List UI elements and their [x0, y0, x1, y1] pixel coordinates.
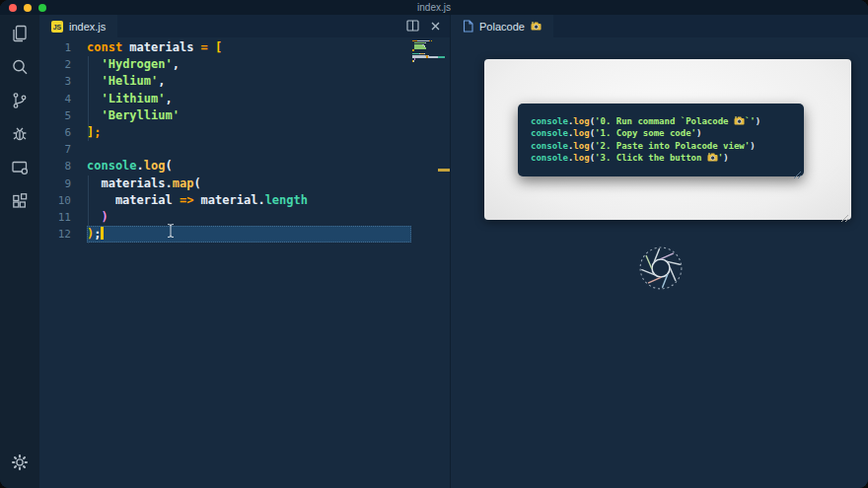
javascript-file-icon: JS: [51, 21, 63, 33]
search-icon[interactable]: [10, 57, 30, 77]
camera-emoji-icon: [531, 22, 542, 31]
camera-emoji: [734, 116, 745, 125]
preview-code-line: console.log('2. Paste into Polacode view…: [531, 140, 804, 152]
line-number: 10: [39, 192, 71, 209]
camera-emoji: [707, 153, 718, 162]
minimap[interactable]: [412, 40, 442, 62]
text-cursor: [101, 227, 104, 240]
shutter-capture-button[interactable]: [638, 245, 684, 291]
code-line[interactable]: 4 'Lithium',: [39, 91, 450, 107]
overview-ruler-cursor-mark: [438, 169, 450, 172]
line-number: 11: [39, 209, 71, 226]
polacode-view: console.log('0. Run command `Polacode `'…: [451, 37, 868, 488]
extensions-icon[interactable]: [10, 191, 30, 211]
line-number: 2: [39, 56, 71, 73]
panel-tab-bar: Polacode: [451, 15, 868, 37]
code-line[interactable]: 3 'Helium',: [39, 73, 450, 90]
code-line[interactable]: 8console.log(: [39, 158, 450, 174]
line-number: 3: [39, 73, 71, 90]
preview-code-line: console.log('0. Run command `Polacode `'…: [531, 115, 804, 127]
tab-label: index.js: [69, 21, 106, 33]
window-title: index.js: [0, 2, 868, 13]
mouse-ibeam-cursor: [166, 223, 176, 243]
polacode-panel: Polacode console.log('0. Run command `Po…: [450, 15, 868, 488]
line-number: 6: [39, 124, 71, 141]
tab-index-js[interactable]: JS index.js: [39, 15, 117, 37]
activity-bar: [0, 15, 39, 488]
preview-code-line: console.log('1. Copy some code'): [531, 127, 804, 139]
code-line[interactable]: 9 materials.map(: [39, 175, 450, 192]
line-number: 7: [39, 141, 71, 158]
close-editor-icon[interactable]: [430, 18, 441, 35]
settings-gear-icon[interactable]: [10, 453, 30, 472]
snippet-resize-grip[interactable]: [793, 166, 802, 174]
tab-polacode[interactable]: Polacode: [451, 15, 553, 37]
vscode-window: index.js: [0, 0, 868, 488]
editor-group: JS index.js: [39, 15, 450, 488]
tab-label: Polacode: [479, 21, 525, 33]
explorer-icon[interactable]: [10, 24, 30, 43]
code-line[interactable]: 7: [39, 141, 450, 158]
code-line[interactable]: 6];: [39, 124, 450, 141]
screen-share-icon[interactable]: [10, 158, 30, 177]
code-line[interactable]: 2 'Hydrogen',: [39, 56, 450, 73]
code-line[interactable]: 12);: [39, 226, 450, 243]
line-number: 5: [39, 107, 71, 124]
line-number: 8: [39, 158, 71, 174]
editor-tab-bar: JS index.js: [39, 15, 450, 37]
code-line[interactable]: 10 material => material.length: [39, 192, 450, 209]
titlebar: index.js: [0, 0, 868, 15]
code-line[interactable]: 11 ): [39, 209, 450, 226]
line-number: 12: [39, 226, 71, 243]
code-editor[interactable]: 1const materials = [2 'Hydrogen',3 'Heli…: [39, 37, 450, 488]
source-control-icon[interactable]: [10, 91, 30, 110]
line-number: 4: [39, 91, 71, 107]
code-line[interactable]: 1const materials = [: [39, 39, 450, 56]
snapshot-background-card[interactable]: console.log('0. Run command `Polacode `'…: [484, 59, 851, 220]
line-number: 1: [39, 39, 71, 56]
debug-icon[interactable]: [10, 124, 30, 144]
line-number: 9: [39, 175, 71, 192]
card-resize-grip[interactable]: [840, 209, 849, 218]
webview-file-icon: [463, 20, 473, 33]
split-editor-icon[interactable]: [406, 18, 419, 35]
code-line[interactable]: 5 'Beryllium': [39, 107, 450, 124]
preview-code-line: console.log('3. Click the button '): [531, 152, 804, 164]
code-snippet-block[interactable]: console.log('0. Run command `Polacode `'…: [518, 104, 804, 176]
